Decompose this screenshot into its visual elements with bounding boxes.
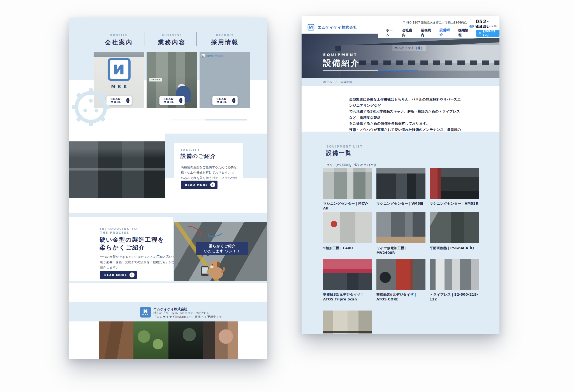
mkk-logo-icon: [143, 309, 148, 313]
hero-underline-blue: [378, 70, 418, 71]
page-title: 設備紹介: [323, 58, 360, 69]
slider-heading-profile: PROFILE 会社案内: [94, 34, 144, 46]
recruit-card[interactable]: Item image READ MORE ›: [200, 52, 250, 108]
slider-heading-business: BUSINESS 業務内容: [147, 34, 197, 46]
carousel-track: [171, 120, 205, 120]
equipment-item-vm53r[interactable]: マシニングセンター｜VM53R: [430, 168, 479, 206]
recruit-label-ja: 採用情報: [200, 38, 250, 46]
wire-edm-photo: [376, 212, 425, 243]
breadcrumb-separator: ／: [335, 80, 338, 84]
equipment-item-mcv-aii[interactable]: マシニングセンター｜MCV-AII: [323, 168, 372, 211]
facility-title: 設備のご紹介: [180, 153, 216, 160]
hero-banner: エムケイケイ（株） EQUIPMENT 設備紹介: [302, 34, 499, 78]
hero-underline-white: [323, 70, 378, 71]
instagram-photo-wood[interactable]: [99, 321, 133, 359]
equipment-item-atos-tripre[interactable]: 非接触3次元デジタイザ｜ATOS Tripre Scan: [323, 259, 372, 302]
facility-label: FACILITY: [181, 148, 200, 151]
instagram-photo-dark-scene[interactable]: [168, 321, 203, 359]
machining-center-red-photo: [430, 168, 479, 199]
recruit-label-en: RECRUIT: [200, 34, 250, 37]
mkk-logo-icon[interactable]: [306, 24, 316, 31]
equipment-item-mv2400r[interactable]: ワイヤ放電加工機｜MV2400R: [376, 212, 425, 255]
instagram-photo-person[interactable]: [203, 321, 238, 359]
nav-item-recruit[interactable]: 採用情報: [458, 28, 469, 38]
broken-image-indicator: Item image: [201, 54, 223, 58]
equipment-item-atos-core[interactable]: 非接触3次元デジタイザ｜ATOS CORE: [376, 259, 425, 302]
equipment-item-try-press[interactable]: トライプレス｜S2-500-215-122: [430, 259, 479, 302]
breadcrumb-home-link[interactable]: ホーム: [323, 80, 332, 84]
mkk-logo-icon: [107, 57, 131, 81]
instagram-caption-line1: 社内の「今」をありのままにご紹介する: [153, 311, 210, 315]
blue-wire-shape: [207, 228, 224, 238]
carousel-progress-bar[interactable]: [205, 120, 247, 120]
red-wire-shape: [184, 224, 202, 238]
equipment-list-title: 設備一覧: [326, 149, 352, 157]
3d-digitizer-pink-photo: [323, 259, 372, 290]
broken-image-icon: [201, 54, 205, 58]
nav-item-home[interactable]: ホーム: [386, 28, 394, 38]
intro-line: をご提供するための設備を多数保有しております。: [349, 121, 461, 127]
equipment-item-psg84ca[interactable]: 平面研削盤｜PSG84CA-iQ: [430, 212, 479, 251]
contact-button[interactable]: ✉ お問い合わせ: [476, 30, 499, 37]
equipment-item-partial[interactable]: [323, 311, 372, 334]
dog-speech-bubble: 柔らかくご紹介 いたします ワン！！: [196, 242, 248, 255]
five-axis-machine-photo: [323, 212, 372, 243]
company-address: 〒490-1207 愛知県あま市二ツ寺鍋山196番地1: [386, 21, 467, 25]
business-label-ja: 業務内容: [147, 38, 197, 46]
column-divider: [145, 32, 145, 46]
slider-heading-recruit: RECRUIT 採用情報: [200, 34, 250, 46]
equipment-list-label: EQUIPMENT LIST: [327, 145, 363, 148]
business-label-en: BUSINESS: [147, 34, 197, 37]
chevron-right-icon: ›: [126, 98, 129, 103]
machining-center-light-photo: [323, 168, 372, 199]
dog-mascot-illustration: [201, 256, 226, 281]
equipment-page-screenshot: エムケイケイ株式会社 〒490-1207 愛知県あま市二ツ寺鍋山196番地1 ☎…: [302, 16, 499, 334]
chevron-right-icon: ›: [129, 272, 135, 277]
main-navigation: ホーム 会社案内 業務案内 設備紹介 採用情報 ✉ お問い合わせ: [378, 28, 499, 38]
okuma-brand-label: OKUMA: [149, 78, 162, 81]
chevron-right-icon: ›: [210, 182, 215, 187]
facility-factory-photo: [69, 141, 165, 198]
recruit-read-more-button[interactable]: READ MORE ›: [212, 96, 238, 105]
process-label-line1: INTRODUCING TO: [100, 227, 137, 230]
chevron-right-icon: ›: [179, 98, 182, 103]
business-read-more-button[interactable]: READ MORE ›: [159, 96, 185, 105]
nav-item-company[interactable]: 会社案内: [402, 28, 413, 38]
process-label-line2: THE PROCESS: [100, 231, 129, 234]
process-read-more-button[interactable]: READ MORE ›: [100, 271, 137, 279]
equipment-item-c40u[interactable]: 5軸加工機｜C40U: [323, 212, 372, 251]
company-name[interactable]: エムケイケイ株式会社: [318, 25, 357, 30]
press-machine-partial-photo: [323, 311, 372, 334]
breadcrumb-bar: ホーム ／ 設備紹介: [302, 78, 499, 86]
column-divider: [196, 32, 196, 46]
surface-grinder-photo: [430, 212, 479, 243]
process-title-line2: 柔らかくご紹介: [99, 244, 145, 251]
hero-label-en: EQUIPMENT: [323, 53, 357, 57]
screenshot-canvas: { "colors": { "accent_blue": "#31a0f5", …: [0, 0, 574, 392]
nav-item-business[interactable]: 業務案内: [421, 28, 432, 38]
instagram-photo-strip: [99, 321, 238, 359]
broken-image-alt-text: Item image: [206, 54, 223, 58]
instagram-photo-plants[interactable]: [133, 321, 168, 359]
3d-digitizer-red-photo: [376, 259, 425, 290]
home-page-screenshot: PROFILE 会社案内 BUSINESS 業務内容 RECRUIT 採用情報 …: [69, 18, 267, 359]
facility-read-more-button[interactable]: READ MORE ›: [181, 181, 217, 189]
mkk-logo-text: MKK: [142, 313, 149, 316]
envelope-icon: ✉: [479, 31, 481, 35]
equipment-item-vm5iii[interactable]: マシニングセンター｜VM5Ⅲ: [376, 168, 425, 206]
equipment-list-note: クリックで詳細をご覧いただけます。: [327, 163, 380, 167]
facility-card: FACILITY 設備のご紹介 高精度の金型をご提供するために必要な様々な工作機…: [174, 143, 243, 199]
equipment-list-section: EQUIPMENT LIST 設備一覧 クリックで詳細をご覧いただけます。 マシ…: [302, 132, 499, 334]
intro-line: 金型製造に必要な工作機械はもちろん、パネルの精度解析やリバースエンジニアリングな…: [349, 97, 461, 109]
mkk-signboard: MKK: [102, 57, 136, 89]
breadcrumb-current: 設備紹介: [341, 80, 353, 84]
nav-item-equipment[interactable]: 設備紹介: [439, 28, 450, 38]
machining-center-dark-photo: [376, 168, 425, 199]
chevron-right-icon: ›: [232, 98, 235, 103]
process-body-text: 一つの金型ができるまでにはたくさんの工程と高い技術が必要！企画〜完成までの流れを…: [100, 254, 177, 270]
profile-label-ja: 会社案内: [94, 38, 144, 46]
profile-label-en: PROFILE: [94, 34, 144, 37]
mkk-instagram-logo: MKK: [140, 307, 151, 318]
bubble-line2: いたします ワン！！: [204, 249, 240, 254]
business-card[interactable]: OKUMA READ MORE ›: [147, 52, 197, 108]
